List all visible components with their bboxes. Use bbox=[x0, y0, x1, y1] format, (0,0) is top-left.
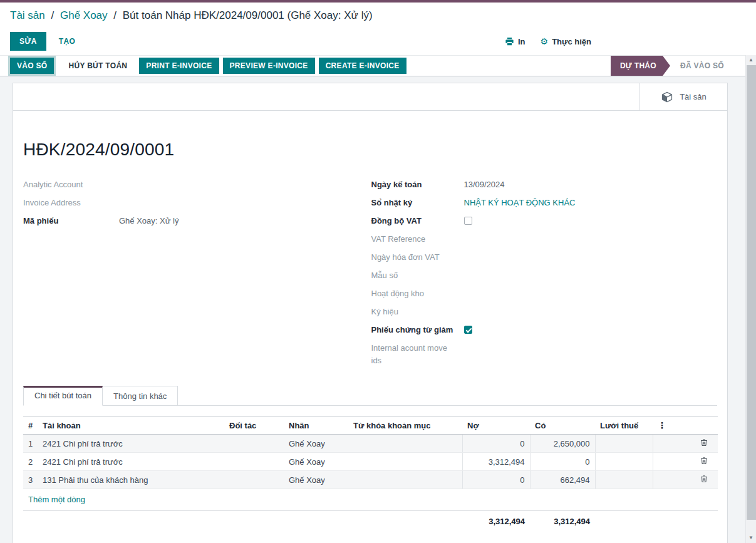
table-row: 2 2421 Chi phí trả trước Ghế Xoay 3,312,… bbox=[23, 453, 718, 471]
breadcrumb-link-asset-record[interactable]: Ghế Xoay bbox=[60, 9, 108, 21]
breadcrumb-link-assets[interactable]: Tài sản bbox=[10, 9, 45, 21]
header-credit: Có bbox=[530, 416, 595, 435]
field-label: Analytic Account bbox=[23, 178, 119, 191]
toolbar-actions: In ⚙ Thực hiện bbox=[505, 28, 591, 55]
vat-sync-checkbox[interactable] bbox=[464, 217, 472, 225]
cell-account[interactable]: 2421 Chi phí trả trước bbox=[38, 453, 224, 471]
scrollbar-down-arrow[interactable]: ▼ bbox=[746, 533, 756, 542]
delete-row-trash-icon[interactable] bbox=[700, 438, 708, 447]
cell-credit[interactable]: 0 bbox=[530, 453, 595, 471]
cell-debit[interactable]: 0 bbox=[462, 471, 530, 489]
status-posted[interactable]: ĐÃ VÀO SỔ bbox=[670, 56, 727, 76]
header-keyword: Từ khóa khoản mục bbox=[348, 416, 462, 435]
cell-label[interactable]: Ghế Xoay bbox=[284, 471, 348, 489]
cell-actions bbox=[653, 453, 718, 471]
journal-link[interactable]: NHẬT KÝ HOẠT ĐỘNG KHÁC bbox=[464, 197, 576, 209]
vertical-scrollbar[interactable]: ▲ ▼ bbox=[745, 55, 756, 543]
cell-keyword[interactable] bbox=[348, 435, 462, 453]
cube-icon bbox=[661, 91, 673, 103]
action-label: Thực hiện bbox=[552, 37, 591, 46]
field-stock-activity: Hoạt động kho bbox=[371, 285, 718, 303]
table-header-row: # Tài khoản Đối tác Nhãn Từ khóa khoản m… bbox=[23, 416, 718, 435]
header-label: Nhãn bbox=[284, 416, 348, 435]
field-label: Ngày hóa đơn VAT bbox=[371, 251, 464, 264]
cell-tax-grid[interactable] bbox=[595, 435, 653, 453]
cell-partner[interactable] bbox=[224, 453, 284, 471]
field-invoice-address: Invoice Address bbox=[23, 194, 371, 212]
print-label: In bbox=[518, 37, 526, 46]
field-voucher-code: Mã phiếu Ghế Xoay: Xử lý bbox=[23, 212, 371, 230]
create-button[interactable]: TẠO bbox=[59, 37, 76, 46]
sheet-body: HĐK/2024/09/0001 Analytic Account Invoic… bbox=[13, 140, 727, 532]
control-panel-toolbar: SỬA TẠO In ⚙ Thực hiện bbox=[0, 28, 756, 55]
create-einvoice-button[interactable]: CREATE E-INVOICE bbox=[319, 58, 406, 74]
table-row: 3 131 Phải thu của khách hàng Ghế Xoay 0… bbox=[23, 471, 718, 489]
print-menu[interactable]: In bbox=[505, 37, 526, 46]
notebook-tabs: Chi tiết bút toán Thông tin khác bbox=[23, 386, 717, 406]
page-title: HĐK/2024/09/0001 bbox=[23, 140, 717, 160]
cell-partner[interactable] bbox=[224, 471, 284, 489]
field-label: Đồng bộ VAT bbox=[371, 215, 464, 227]
scrollbar-up-arrow[interactable]: ▲ bbox=[746, 55, 756, 65]
reduction-voucher-checkbox[interactable] bbox=[464, 326, 472, 334]
total-credit: 3,312,494 bbox=[530, 510, 595, 533]
action-menu[interactable]: ⚙ Thực hiện bbox=[541, 37, 591, 46]
cell-index[interactable]: 2 bbox=[23, 453, 38, 471]
cell-account[interactable]: 2421 Chi phí trả trước bbox=[38, 435, 224, 453]
post-button[interactable]: VÀO SỔ bbox=[10, 58, 54, 74]
field-vat-sync: Đồng bộ VAT bbox=[371, 212, 718, 230]
field-label: Ký hiệu bbox=[371, 306, 464, 318]
delete-row-trash-icon[interactable] bbox=[700, 475, 708, 483]
breadcrumb-separator: / bbox=[51, 9, 54, 21]
delete-row-trash-icon[interactable] bbox=[700, 457, 708, 465]
field-accounting-date: Ngày kế toán 13/09/2024 bbox=[371, 176, 718, 194]
cell-index[interactable]: 1 bbox=[23, 435, 38, 453]
form-view-background: Tài sản HĐK/2024/09/0001 Analytic Accoun… bbox=[0, 76, 745, 543]
total-debit: 3,312,494 bbox=[462, 510, 530, 533]
field-column-right: Ngày kế toán 13/09/2024 Sổ nhật ký NHẬT … bbox=[371, 176, 718, 370]
add-line-link[interactable]: Thêm một dòng bbox=[28, 495, 85, 504]
field-serial: Ký hiệu bbox=[371, 303, 718, 321]
cell-keyword[interactable] bbox=[348, 471, 462, 489]
tab-journal-items[interactable]: Chi tiết bút toán bbox=[23, 386, 103, 406]
form-sheet: Tài sản HĐK/2024/09/0001 Analytic Accoun… bbox=[13, 83, 728, 543]
cell-credit[interactable]: 2,650,000 bbox=[530, 435, 595, 453]
field-label: Phiếu chứng từ giảm bbox=[371, 324, 464, 336]
cell-debit[interactable]: 3,312,494 bbox=[462, 453, 530, 471]
field-template-number: Mẫu số bbox=[371, 267, 718, 285]
button-box: Tài sản bbox=[13, 83, 727, 111]
table-row: 1 2421 Chi phí trả trước Ghế Xoay 0 2,65… bbox=[23, 435, 718, 453]
cell-account[interactable]: 131 Phải thu của khách hàng bbox=[38, 471, 224, 489]
cell-tax-grid[interactable] bbox=[595, 453, 653, 471]
cancel-entry-button[interactable]: HỦY BÚT TOÁN bbox=[61, 58, 134, 74]
field-value: 13/09/2024 bbox=[464, 178, 505, 191]
breadcrumb-separator: / bbox=[113, 9, 117, 21]
add-line-row: Thêm một dòng bbox=[23, 489, 718, 510]
cell-tax-grid[interactable] bbox=[595, 471, 653, 489]
cell-label[interactable]: Ghế Xoay bbox=[284, 435, 348, 453]
journal-items-table: # Tài khoản Đối tác Nhãn Từ khóa khoản m… bbox=[23, 416, 718, 532]
cell-label[interactable]: Ghế Xoay bbox=[284, 453, 348, 471]
tab-other-info[interactable]: Thông tin khác bbox=[103, 386, 178, 405]
cell-actions bbox=[653, 471, 718, 489]
edit-button[interactable]: SỬA bbox=[10, 32, 46, 51]
header-account: Tài khoản bbox=[38, 416, 224, 435]
field-label: VAT Reference bbox=[371, 233, 464, 246]
field-label: Ngày kế toán bbox=[371, 178, 464, 191]
status-draft[interactable]: DỰ THẢO bbox=[611, 56, 670, 76]
cell-partner[interactable] bbox=[224, 435, 284, 453]
header-index: # bbox=[23, 416, 38, 435]
cell-debit[interactable]: 0 bbox=[462, 435, 530, 453]
column-options-kebab-icon[interactable]: ⋮ bbox=[653, 416, 718, 435]
cell-keyword[interactable] bbox=[348, 453, 462, 471]
cell-credit[interactable]: 662,494 bbox=[530, 471, 595, 489]
scrollbar-thumb[interactable] bbox=[747, 65, 756, 520]
asset-stat-button[interactable]: Tài sản bbox=[639, 83, 727, 110]
field-journal: Sổ nhật ký NHẬT KÝ HOẠT ĐỘNG KHÁC bbox=[371, 194, 718, 212]
asset-stat-button-label: Tài sản bbox=[680, 92, 707, 101]
status-widget: DỰ THẢO ĐÃ VÀO SỔ bbox=[611, 56, 727, 76]
field-label: Hoạt động kho bbox=[371, 287, 464, 300]
print-einvoice-button[interactable]: PRINT E-INVOICE bbox=[139, 58, 219, 74]
cell-index[interactable]: 3 bbox=[23, 471, 38, 489]
preview-einvoice-button[interactable]: PREVIEW E-INVOICE bbox=[223, 58, 315, 74]
